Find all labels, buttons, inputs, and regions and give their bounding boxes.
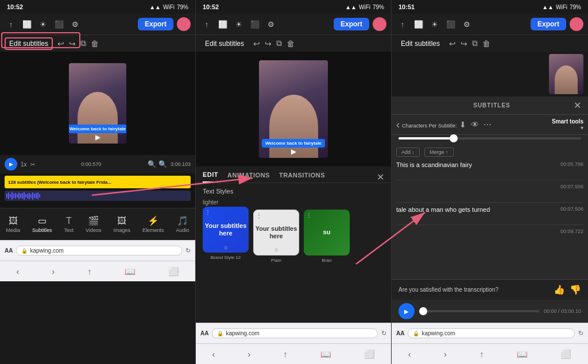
tab-edit[interactable]: EDIT — [203, 171, 218, 183]
close-panel-button[interactable]: ✕ — [377, 172, 384, 183]
brightness-icon[interactable]: ☀ — [37, 18, 49, 30]
speed-button-1[interactable]: 1x — [21, 161, 27, 168]
settings-icon-2[interactable]: ⚙ — [265, 18, 277, 30]
back-icon-2[interactable]: ‹ — [212, 349, 215, 359]
forward-icon-3[interactable]: › — [444, 349, 447, 359]
share-icon[interactable]: ↑ — [5, 18, 17, 30]
trash-icon-3[interactable]: 🗑 — [482, 39, 490, 48]
lighter-label[interactable]: lighter — [203, 199, 218, 206]
settings-icon[interactable]: ⚙ — [69, 18, 82, 30]
style-card-3[interactable]: ⋮ su — [304, 210, 350, 255]
play-button-3[interactable]: ▶ — [399, 303, 415, 319]
edit-subtitles-label-3[interactable]: Edit subtitles — [396, 37, 444, 50]
style-card-2[interactable]: ⋮ Your subtitles here ⊙ — [253, 210, 299, 255]
brightness-icon-3[interactable]: ☀ — [428, 18, 441, 30]
brightness-icon-2[interactable]: ☀ — [233, 18, 245, 30]
tab-animations[interactable]: ANIMATIONS — [227, 172, 270, 182]
url-bar-2[interactable]: 🔒 kapwing.com — [212, 328, 378, 338]
duplicate-icon-1[interactable]: ⧉ — [80, 38, 86, 48]
subtitle-time-1: 00:05.786 — [552, 159, 583, 179]
redo-icon-3[interactable]: ↪ — [461, 39, 467, 48]
cut-icon-1[interactable]: ✂ — [30, 161, 35, 168]
nav-text-1[interactable]: T Text — [64, 216, 74, 233]
duplicate-icon-3[interactable]: ⧉ — [472, 38, 478, 48]
copy-icon-2[interactable]: ⬜ — [216, 18, 229, 30]
copy-icon-3[interactable]: ⬜ — [412, 18, 425, 30]
close-subtitles-button[interactable]: ✕ — [574, 100, 581, 111]
edit-subtitles-label-1[interactable]: Edit subtitles — [5, 37, 53, 50]
export-button-3[interactable]: Export — [531, 18, 566, 30]
zoom-out-icon-1[interactable]: 🔍 — [148, 160, 156, 168]
prev-arrow-icon[interactable]: ‹ — [396, 119, 400, 131]
share-icon-1[interactable]: ↑ — [87, 266, 92, 276]
share-icon-3[interactable]: ↑ — [396, 18, 409, 30]
merge-button[interactable]: Merge ↑ — [424, 148, 454, 157]
bookmarks-icon-2[interactable]: 📖 — [320, 349, 331, 359]
tabs-icon-2[interactable]: ⬜ — [364, 349, 375, 359]
slider-thumb[interactable] — [450, 134, 458, 142]
play-icon-1[interactable]: ▶ — [95, 133, 100, 141]
export-button-2[interactable]: Export — [334, 18, 369, 30]
nav-subtitles-1[interactable]: ▭ Subtitles — [32, 215, 52, 233]
refresh-icon-2[interactable]: ↻ — [381, 330, 386, 337]
subtitle-text-2[interactable]: tale about a man who gets turned — [396, 204, 547, 223]
play-button-1[interactable]: ▶ — [5, 158, 17, 171]
url-bar-1[interactable]: 🔒 kapwing.com — [16, 246, 182, 255]
bookmarks-icon-3[interactable]: 📖 — [517, 349, 528, 359]
char-slider[interactable] — [399, 137, 581, 140]
share-icon-b2[interactable]: ↑ — [283, 349, 288, 359]
duplicate-icon-2[interactable]: ⧉ — [276, 38, 282, 48]
share-icon-b3[interactable]: ↑ — [479, 349, 484, 359]
eye-icon[interactable]: 👁 — [471, 120, 479, 129]
nav-elements-1[interactable]: ⚡ Elements — [142, 215, 164, 233]
tab-transitions[interactable]: TRANSITIONS — [279, 172, 325, 182]
share-icon-2[interactable]: ↑ — [200, 18, 213, 30]
copy-icon[interactable]: ⬜ — [21, 18, 33, 30]
text-size-1[interactable]: AA — [5, 247, 13, 254]
nav-images-1[interactable]: 🖼 Images — [113, 216, 130, 233]
timeline-track-1[interactable]: 128 subtitles (Welcome back to fairytale… — [5, 176, 191, 188]
nav-media-1[interactable]: 🖼 Media — [6, 216, 21, 233]
nav-audio-1[interactable]: 🎵 Audio — [176, 215, 189, 233]
settings-icon-3[interactable]: ⚙ — [461, 18, 473, 30]
export-button-1[interactable]: Export — [138, 18, 173, 30]
play-icon-2[interactable]: ▶ — [291, 148, 296, 156]
text-size-3[interactable]: AA — [396, 330, 404, 336]
undo-icon-3[interactable]: ↩ — [449, 39, 456, 48]
progress-thumb[interactable] — [419, 307, 427, 315]
smart-tools-button[interactable]: Smart tools ▾ — [552, 118, 583, 131]
undo-icon-2[interactable]: ↩ — [253, 39, 260, 48]
add-button[interactable]: Add ↓ — [396, 148, 420, 157]
more-icon[interactable]: ⋯ — [483, 120, 492, 129]
trash-icon-1[interactable]: 🗑 — [91, 39, 99, 48]
forward-icon-1[interactable]: › — [52, 266, 55, 276]
url-bar-3[interactable]: 🔒 kapwing.com — [408, 328, 575, 338]
style-card-1[interactable]: ⋮ Your subtitles here ⊙ — [203, 207, 249, 253]
caption-icon-3[interactable]: ⬛ — [444, 18, 457, 30]
caption-icon-2[interactable]: ⬛ — [249, 18, 261, 30]
zoom-in-icon-1[interactable]: 🔍 — [158, 160, 167, 168]
undo-icon-1[interactable]: ↩ — [57, 39, 64, 48]
refresh-icon-1[interactable]: ↻ — [185, 247, 191, 254]
status-icons-3: ▲▲ WiFi 79% — [542, 4, 581, 10]
caption-icon[interactable]: ⬛ — [53, 18, 65, 30]
nav-videos-1[interactable]: 🎬 Videos — [86, 215, 101, 233]
thumbs-up-icon[interactable]: 👍 — [554, 284, 565, 295]
back-icon-1[interactable]: ‹ — [16, 266, 19, 276]
redo-icon-2[interactable]: ↪ — [265, 39, 272, 48]
download-icon[interactable]: ⬇ — [459, 120, 466, 129]
back-icon-3[interactable]: ‹ — [408, 349, 411, 359]
tabs-icon-3[interactable]: ⬜ — [560, 349, 571, 359]
text-size-2[interactable]: AA — [200, 330, 208, 336]
tabs-icon-1[interactable]: ⬜ — [168, 266, 179, 277]
subtitle-overlay-2: Welcome back to fairytale — [262, 139, 325, 148]
progress-track[interactable] — [419, 310, 539, 312]
thumbs-down-icon[interactable]: 👎 — [570, 284, 581, 295]
forward-icon-2[interactable]: › — [247, 349, 250, 359]
bookmarks-icon-1[interactable]: 📖 — [125, 266, 136, 277]
refresh-icon-3[interactable]: ↻ — [578, 330, 583, 337]
edit-subtitles-label-2[interactable]: Edit subtitles — [200, 37, 249, 50]
redo-icon-1[interactable]: ↪ — [69, 39, 76, 48]
subtitle-text-1[interactable]: This is a scandinavian fairy — [396, 159, 547, 179]
trash-icon-2[interactable]: 🗑 — [287, 39, 295, 48]
